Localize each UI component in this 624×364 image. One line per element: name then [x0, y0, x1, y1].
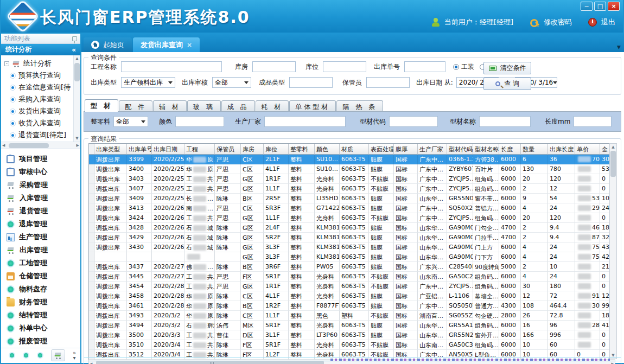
- outbound-type-select[interactable]: 生产领料出库: [121, 77, 175, 88]
- cell[interactable]: 6000: [499, 321, 521, 330]
- blurred-cell[interactable]: [575, 184, 600, 194]
- cell[interactable]: 整料: [289, 174, 315, 184]
- cell[interactable]: GA90M08…: [447, 242, 473, 252]
- cell[interactable]: 山东南…: [418, 272, 447, 282]
- whole-part-select[interactable]: 全部: [113, 116, 148, 127]
- cell[interactable]: 光身料: [315, 282, 340, 291]
- cell[interactable]: 广东中…: [418, 213, 447, 223]
- material-tab-7[interactable]: 单体型材: [289, 100, 336, 112]
- cell[interactable]: SQ50X2…: [447, 203, 473, 213]
- sidebar-overflow-chevron[interactable]: » ▾: [73, 350, 76, 360]
- cell[interactable]: GA90M07…: [447, 233, 473, 242]
- profile-name-input[interactable]: [479, 116, 531, 127]
- module-dot-icon[interactable]: [23, 352, 29, 359]
- cell[interactable]: 6063-T5: [340, 194, 369, 203]
- cell[interactable]: GA90M09…: [447, 252, 473, 262]
- cell[interactable]: 4300: [499, 301, 521, 311]
- cell[interactable]: KLM3817: [315, 233, 340, 242]
- cell[interactable]: 6063-T5: [340, 164, 369, 174]
- cell[interactable]: 整料: [289, 291, 315, 301]
- cell[interactable]: 6000: [499, 174, 521, 184]
- grid-vscroll-thumb[interactable]: [610, 151, 616, 177]
- close-button[interactable]: ×: [608, 2, 620, 11]
- cell[interactable]: 国标: [394, 194, 418, 203]
- manufacturer-input[interactable]: [264, 116, 346, 127]
- cell[interactable]: ZYBY607: [447, 164, 473, 174]
- cell[interactable]: SU10…: [315, 164, 340, 174]
- sidebar-module-2[interactable]: 审核中心: [7, 165, 80, 178]
- blurred-cell[interactable]: [575, 174, 600, 184]
- cell[interactable]: 120: [548, 213, 575, 223]
- cell[interactable]: GR55N26: [447, 330, 473, 340]
- scroll-up-icon[interactable]: ▲: [610, 144, 616, 150]
- row-header[interactable]: [89, 252, 94, 262]
- cell[interactable]: 6000: [499, 242, 521, 252]
- cell[interactable]: LI35HD: [315, 194, 340, 203]
- cell[interactable]: F区: [241, 340, 264, 350]
- cell[interactable]: C区: [241, 203, 264, 213]
- cell[interactable]: 整料: [289, 282, 315, 291]
- table-row[interactable]: 调拨出库34092020/2/25长…陈琳B区2R5F整料LI35HD6063-…: [89, 194, 615, 203]
- cell[interactable]: C区: [241, 155, 264, 164]
- cell[interactable]: 山东华…: [418, 194, 447, 203]
- cell[interactable]: 严思: [215, 155, 241, 164]
- cell[interactable]: GA50C37: [447, 340, 473, 350]
- cell[interactable]: 幕墙全…: [473, 291, 499, 301]
- tab-close-icon[interactable]: ×: [187, 41, 192, 49]
- cell[interactable]: 国标: [394, 311, 418, 321]
- tree-expander-icon[interactable]: -: [4, 61, 9, 66]
- cell[interactable]: 120: [548, 174, 575, 184]
- stats-group-header[interactable]: 统计分析 «: [1, 44, 80, 55]
- cell[interactable]: 6063-T5: [340, 203, 369, 213]
- cell[interactable]: 光身料: [315, 272, 340, 282]
- blurred-cell[interactable]: 石城: [184, 223, 215, 233]
- blurred-cell[interactable]: 工共工程: [184, 282, 215, 291]
- cell[interactable]: 曹佳: [215, 330, 241, 340]
- cell[interactable]: 26: [521, 311, 548, 321]
- cell[interactable]: 广东兴…: [418, 262, 447, 272]
- table-row[interactable]: 调拨出库34002020/2/25华原…严思C区4L1F整料SU10…6063-…: [89, 164, 615, 174]
- cell[interactable]: 国标: [394, 340, 418, 350]
- blurred-cell[interactable]: [575, 272, 600, 282]
- profile-code-input[interactable]: [389, 116, 438, 127]
- cell[interactable]: 严思: [215, 282, 241, 291]
- cell[interactable]: 调拨出库: [94, 164, 127, 174]
- cell[interactable]: 山东华…: [418, 223, 447, 233]
- cell[interactable]: C区: [241, 311, 264, 321]
- sidebar-module-9[interactable]: 工地管理: [7, 257, 80, 270]
- cell[interactable]: 调拨出库: [94, 301, 127, 311]
- row-header[interactable]: [89, 272, 94, 282]
- cell[interactable]: 6063-T5: [340, 184, 369, 194]
- scroll-right-icon[interactable]: ▶: [77, 142, 79, 149]
- cell[interactable]: 国标: [394, 301, 418, 311]
- cell[interactable]: 2020/2/26: [152, 203, 184, 213]
- row-header[interactable]: [89, 330, 94, 340]
- cell[interactable]: 广东中…: [418, 184, 447, 194]
- cell[interactable]: G区: [241, 282, 264, 291]
- cell[interactable]: F区: [241, 272, 264, 282]
- cell[interactable]: 1R1F: [264, 282, 289, 291]
- cell[interactable]: 6063-T5: [340, 155, 369, 164]
- row-header[interactable]: [89, 194, 94, 203]
- table-row[interactable]: 调拨出库35002020/3/3工共工程曹佳D区3L1F整料LT3P606063…: [89, 330, 615, 340]
- blurred-cell[interactable]: [575, 330, 600, 340]
- cell[interactable]: 整料: [289, 272, 315, 282]
- cell[interactable]: 国标: [394, 252, 418, 262]
- cell[interactable]: 组角码…: [473, 340, 499, 350]
- cell[interactable]: 广东中…: [418, 203, 447, 213]
- warehouse-input[interactable]: [252, 61, 296, 72]
- blurred-cell[interactable]: 华原…: [184, 311, 215, 321]
- table-row[interactable]: 调拨出库34132020/2/26南…严思C区5R3F整料G714226063-…: [89, 203, 615, 213]
- cell[interactable]: 调拨出库: [94, 272, 127, 282]
- cell[interactable]: 3430: [127, 242, 152, 252]
- table-row[interactable]: 调拨出库34582020/2/28华原…陈琳C区4L1F整料光身料6063-T5…: [89, 291, 615, 301]
- cell[interactable]: C28540B: [447, 262, 473, 272]
- cell[interactable]: 5R1F: [264, 272, 289, 282]
- cell[interactable]: 20: [521, 174, 548, 184]
- column-header[interactable]: 型材名称: [473, 144, 499, 155]
- cell[interactable]: [152, 252, 184, 262]
- blurred-cell[interactable]: [575, 213, 600, 223]
- cell[interactable]: 4700: [499, 223, 521, 233]
- table-row[interactable]: 调拨出库34942020/3/2石辉城汤伟M区5R1F整料光身料6063-T5贴…: [89, 321, 615, 330]
- cell[interactable]: 山东华…: [418, 233, 447, 242]
